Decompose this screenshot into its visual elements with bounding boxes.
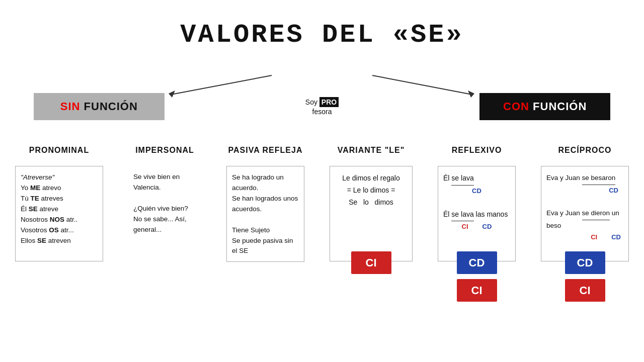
variante-line-3: Se lo dimos [335, 197, 407, 209]
reflexivo-ci-tag: CI [457, 279, 497, 302]
reciproco-ci2: CI [591, 232, 597, 243]
tags-variante: CI [330, 251, 413, 274]
pronominal-line-3: Tú TE atreves [21, 194, 98, 204]
col-header-pasiva: PASIVA REFLEJA [226, 146, 304, 155]
reflexivo-cd2: CD [482, 221, 492, 232]
variante-box: Le dimos el regalo = Le lo dimos = Se lo… [330, 166, 413, 261]
tags-reciproco: CD CI [541, 251, 629, 302]
soy-text: Soy [305, 98, 319, 106]
reciproco-cd1: CD [546, 185, 623, 196]
reflexivo-cd1: CD [443, 186, 510, 197]
col-header-variante: VARIANTE "LE" [330, 146, 413, 155]
svg-line-2 [372, 75, 472, 95]
con-function-box: CON FUNCIÓN [479, 93, 610, 120]
con-label: CON [503, 100, 529, 113]
col-header-reciproco: RECÍPROCO [541, 146, 629, 155]
sin-rest: FUNCIÓN [80, 100, 137, 113]
reflexivo-cd-tag: CD [457, 251, 497, 274]
pasiva-line-3: Tiene Sujeto [232, 225, 299, 236]
reciproco-line-1: Eva y Juan se besaron [546, 172, 623, 185]
sin-label: SIN [60, 100, 80, 113]
pronominal-line-4: Él SE atreve [21, 204, 98, 215]
tags-reflexivo: CD CI [438, 251, 516, 302]
reflexivo-line-1: Él se lava [443, 172, 510, 186]
pasiva-line-2: Se han logrados unos acuerdos. [232, 194, 299, 215]
pronominal-line-7: Ellos SE atreven [21, 236, 98, 246]
pasiva-line-1: Se ha logrado un acuerdo. [232, 172, 299, 194]
con-rest: FUNCIÓN [529, 100, 587, 113]
impersonal-box: Se vive bien en Valencia. ¿Quién vive bi… [128, 166, 201, 261]
page-title: VALORES DEL «SE» [0, 0, 644, 50]
svg-line-0 [171, 75, 272, 95]
variante-ci-tag: CI [351, 251, 391, 274]
reflexivo-box: Él se lava CD Él se lava las manos CI CD [438, 166, 516, 261]
pronominal-box: "Atreverse" Yo ME atrevo Tú TE atreves É… [15, 166, 103, 261]
pronominal-line-6: Vosotros OS atr... [21, 225, 98, 236]
variante-line-1: Le dimos el regalo [335, 172, 407, 185]
variante-line-2: = Le lo dimos = [335, 185, 407, 197]
reciproco-cd2: CD [611, 232, 621, 243]
reciproco-box: Eva y Juan se besaron CD Eva y Juan se d… [541, 166, 629, 261]
reflexivo-ci2: CI [462, 221, 468, 232]
sin-function-box: SIN FUNCIÓN [34, 93, 165, 120]
reciproco-ci-tag: CI [565, 279, 605, 302]
pronominal-line-5: Nosotros NOS atr.. [21, 215, 98, 225]
pronominal-line-2: Yo ME atrevo [21, 183, 98, 194]
col-header-impersonal: IMPERSONAL [128, 146, 201, 155]
col-header-pronominal: PRONOMINAL [15, 146, 103, 155]
pasiva-box: Se ha logrado un acuerdo. Se han logrado… [226, 166, 304, 262]
impersonal-line-1: Se vive bien en Valencia. [133, 172, 196, 193]
soy-profesora-badge: Soy PRO fesora [305, 97, 339, 116]
pro-badge: PRO [319, 97, 339, 107]
reciproco-cd-tag: CD [565, 251, 605, 274]
pronominal-line-1: "Atreverse" [21, 172, 98, 183]
reciproco-line-2: Eva y Juan se dieron un beso [546, 208, 623, 232]
fesora-text: fesora [312, 108, 332, 116]
impersonal-line-2: ¿Quién vive bien? No se sabe... Así, gen… [133, 204, 196, 235]
col-header-reflexivo: REFLEXIVO [438, 146, 516, 155]
reflexivo-line-2: Él se lava las manos [443, 209, 510, 222]
